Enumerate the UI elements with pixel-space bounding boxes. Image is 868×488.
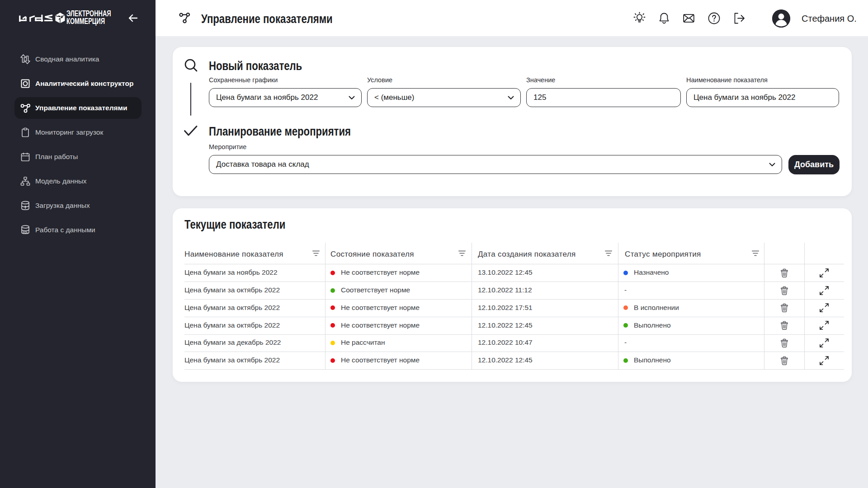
svg-text:SQL: SQL — [23, 231, 28, 234]
